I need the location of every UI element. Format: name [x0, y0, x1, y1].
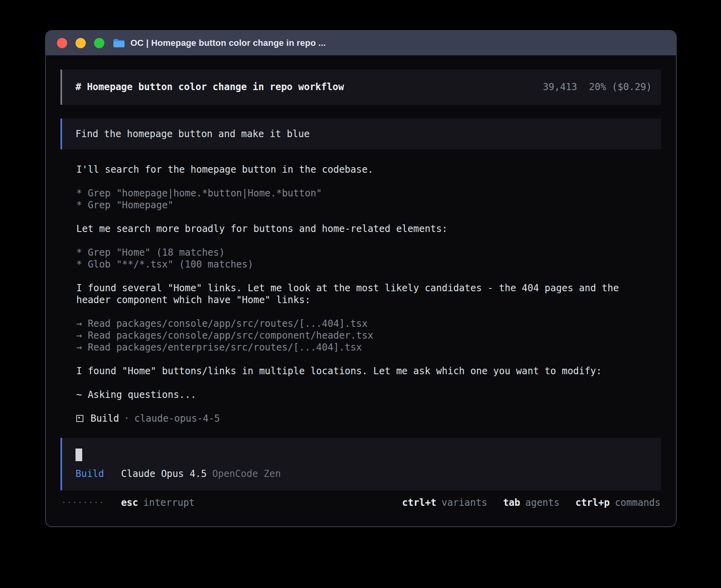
- shortcut-variants: ctrl+t variants: [402, 497, 487, 509]
- terminal-content: # Homepage button color change in repo w…: [46, 55, 676, 526]
- minimize-button[interactable]: [75, 38, 86, 48]
- agent-separator: ·: [124, 413, 129, 424]
- session-title: # Homepage button color change in repo w…: [75, 81, 344, 93]
- input-model: Claude Opus 4.5: [121, 468, 207, 480]
- titlebar: OC | Homepage button color change in rep…: [46, 31, 676, 55]
- assistant-text: I found "Home" buttons/links in multiple…: [76, 365, 661, 377]
- tool-call-read: → Read packages/console/app/src/routes/[…: [76, 318, 661, 330]
- shortcut-key: esc: [121, 497, 138, 509]
- tool-call-grep: * Grep "Homepage": [76, 199, 661, 211]
- spinner-dots: ········: [61, 497, 104, 509]
- shortcut-key: tab: [503, 497, 520, 509]
- close-button[interactable]: [57, 38, 67, 48]
- tool-call-glob: * Glob "**/*.tsx" (100 matches): [76, 258, 661, 270]
- shortcut-interrupt: esc interrupt: [121, 497, 194, 509]
- token-count: 39,413: [543, 81, 577, 93]
- input-provider: OpenCode Zen: [212, 468, 281, 480]
- shortcut-key: ctrl+p: [576, 497, 610, 509]
- assistant-text: Let me search more broadly for buttons a…: [76, 223, 661, 235]
- shortcut-label: variants: [442, 497, 487, 509]
- shortcut-agents: tab agents: [503, 497, 560, 509]
- prompt-input[interactable]: Build Claude Opus 4.5 OpenCode Zen: [60, 438, 661, 490]
- context-cost: 20% ($0.29): [589, 81, 652, 93]
- agent-model: claude-opus-4-5: [134, 413, 220, 424]
- agent-icon: [76, 415, 83, 422]
- user-message: Find the homepage button and make it blu…: [60, 119, 661, 149]
- tool-call-read: → Read packages/console/app/src/componen…: [76, 330, 661, 341]
- tool-call-grep: * Grep "Home" (18 matches): [76, 247, 661, 258]
- input-mode: Build: [75, 468, 104, 480]
- assistant-text: I'll search for the homepage button in t…: [76, 164, 661, 175]
- tool-call-read: → Read packages/enterprise/src/routes/[.…: [76, 341, 661, 353]
- assistant-text: I found several "Home" links. Let me loo…: [76, 282, 630, 306]
- status-bar: ········ esc interrupt ctrl+t variants t…: [60, 497, 661, 509]
- user-message-text: Find the homepage button and make it blu…: [75, 128, 310, 139]
- shortcut-label: commands: [615, 497, 661, 509]
- assistant-status-text: ~ Asking questions...: [76, 389, 661, 401]
- shortcut-label: interrupt: [143, 497, 195, 509]
- session-stats: 39,413 20% ($0.29): [543, 81, 652, 93]
- tool-call-grep: * Grep "homepage|home.*button|Home.*butt…: [76, 187, 661, 199]
- assistant-transcript: I'll search for the homepage button in t…: [76, 164, 661, 424]
- shortcut-label: agents: [525, 497, 560, 509]
- input-mode-line: Build Claude Opus 4.5 OpenCode Zen: [75, 468, 648, 480]
- terminal-window: OC | Homepage button color change in rep…: [45, 30, 677, 527]
- text-cursor: [75, 449, 82, 461]
- folder-icon: [113, 38, 125, 48]
- agent-status-line: Build · claude-opus-4-5: [76, 413, 661, 424]
- traffic-lights: [57, 38, 104, 48]
- shortcut-commands: ctrl+p commands: [576, 497, 661, 509]
- window-title: OC | Homepage button color change in rep…: [130, 38, 326, 48]
- shortcut-key: ctrl+t: [402, 497, 436, 509]
- agent-name: Build: [91, 413, 119, 424]
- zoom-button[interactable]: [94, 38, 104, 48]
- session-header: # Homepage button color change in repo w…: [60, 70, 661, 105]
